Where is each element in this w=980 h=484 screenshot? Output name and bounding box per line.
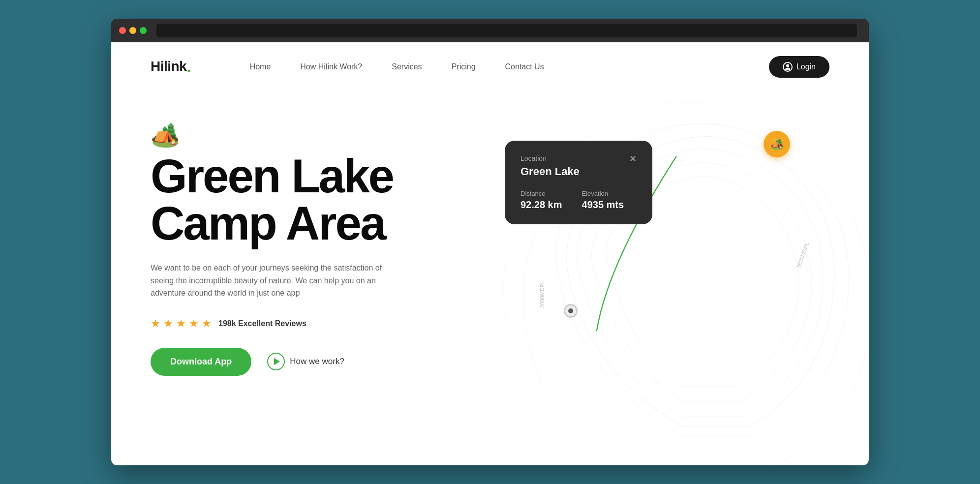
card-stats: Distance 92.28 km Elevation 4935 mts [521, 190, 637, 211]
logo-hi: Hi [151, 58, 164, 73]
hero-title: Green Lake Camp Area [151, 152, 485, 247]
hero-left: 🏕️ Green Lake Camp Area We want to be on… [151, 111, 485, 406]
dot-yellow[interactable] [129, 27, 136, 34]
stars-row: ★ ★ ★ ★ ★ 198k Excellent Reviews [151, 317, 485, 330]
hero-right: 2000MDPL 3600MDPL Location ✕ Green Lake … [485, 111, 829, 406]
elevation-label: Elevation [582, 190, 624, 197]
login-label: Login [796, 62, 816, 71]
how-label: How we work? [290, 357, 344, 366]
download-button[interactable]: Download App [151, 348, 251, 376]
logo: Hilink. [151, 58, 191, 76]
svg-text:3600MDPL: 3600MDPL [796, 242, 810, 269]
logo-dot: . [186, 58, 190, 76]
svg-text:2000MDPL: 2000MDPL [539, 281, 545, 308]
svg-point-1 [785, 68, 790, 71]
star-1: ★ [151, 317, 160, 330]
reviews-suffix: Excellent Reviews [238, 319, 306, 328]
nav-how[interactable]: How Hilink Work? [300, 62, 362, 71]
elevation-stat: Elevation 4935 mts [582, 190, 624, 211]
reviews-count: 198k [218, 319, 236, 328]
camping-emoji: 🏕️ [151, 121, 485, 149]
hero-subtitle: We want to be on each of your journeys s… [151, 262, 397, 300]
browser-window: Hilink. Home How Hilink Work? Services P… [111, 19, 869, 465]
address-bar[interactable] [156, 24, 857, 37]
play-icon [274, 358, 280, 365]
card-header: Location ✕ [521, 154, 637, 163]
how-we-work-link[interactable]: How we work? [267, 353, 344, 370]
nav-pricing[interactable]: Pricing [452, 62, 476, 71]
reviews-text: 198k Excellent Reviews [218, 319, 306, 328]
browser-dots [119, 27, 147, 34]
login-button[interactable]: Login [769, 56, 829, 78]
star-2: ★ [163, 317, 173, 330]
distance-label: Distance [521, 190, 562, 197]
browser-titlebar [111, 19, 869, 42]
nav-contact[interactable]: Contact Us [505, 62, 544, 71]
location-label: Location [521, 154, 547, 162]
dot-red[interactable] [119, 27, 126, 34]
hero-section: 🏕️ Green Lake Camp Area We want to be on… [111, 91, 869, 436]
nav-services[interactable]: Services [392, 62, 422, 71]
page-content: Hilink. Home How Hilink Work? Services P… [111, 42, 869, 465]
nav-links: Home How Hilink Work? Services Pricing C… [250, 62, 769, 71]
star-5: ★ [202, 317, 212, 330]
location-card: Location ✕ Green Lake Distance 92.28 km … [505, 141, 652, 224]
logo-link: link [164, 58, 186, 73]
close-icon[interactable]: ✕ [629, 154, 637, 163]
distance-stat: Distance 92.28 km [521, 190, 562, 211]
distance-value: 92.28 km [521, 199, 562, 211]
user-icon [783, 62, 793, 72]
nav-home[interactable]: Home [250, 62, 271, 71]
dot-green[interactable] [140, 27, 147, 34]
topo-map: 2000MDPL 3600MDPL [495, 82, 869, 465]
svg-point-0 [786, 64, 789, 67]
elevation-value: 4935 mts [582, 199, 624, 211]
location-name: Green Lake [521, 165, 637, 178]
star-4: ★ [189, 317, 199, 330]
play-button[interactable] [267, 353, 285, 370]
cta-row: Download App How we work? [151, 348, 485, 376]
map-origin-dot[interactable] [564, 304, 578, 318]
origin-inner [568, 308, 573, 313]
star-3: ★ [176, 317, 186, 330]
map-pin-destination[interactable]: 🏕️ [764, 131, 790, 157]
